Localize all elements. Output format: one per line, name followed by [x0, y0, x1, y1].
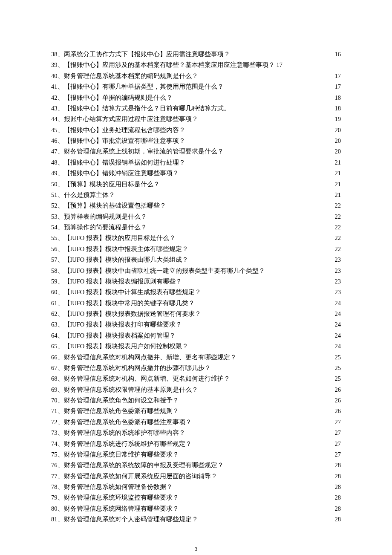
toc-entry-title: 【IUFO 报表】模块的应用目标是什么？ — [64, 233, 176, 243]
toc-entry-number: 49、 — [51, 168, 64, 179]
toc-entry-number: 80、 — [51, 503, 64, 514]
toc-entry-page: 23 — [335, 287, 341, 298]
toc-entry-number: 78、 — [51, 482, 64, 492]
toc-entry[interactable]: 58、【IUFO 报表】模块中由省联社统一建立的报表类型主要有哪几个类型？23 — [51, 266, 341, 276]
toc-entry[interactable]: 67、财务管理信息系统对机构网点撤并的步骤有哪几步？25 — [51, 363, 341, 373]
toc-entry[interactable]: 49、【报账中心】错账冲销应注意哪些事项？21 — [51, 168, 341, 179]
toc-entry[interactable]: 71、财务管理信息系统角色委派有哪些规则？26 — [51, 406, 341, 416]
toc-entry-page: 26 — [335, 384, 341, 395]
toc-entry-page: 26 — [335, 406, 341, 416]
toc-entry-number: 53、 — [51, 211, 64, 222]
toc-entry-page: 17 — [335, 71, 341, 81]
toc-entry-page: 24 — [335, 330, 341, 341]
toc-entry-number: 56、 — [51, 244, 64, 254]
toc-entry-number: 76、 — [51, 460, 64, 471]
toc-entry-number: 61、 — [51, 298, 64, 309]
toc-entry[interactable]: 52、【预算】模块的基础设置包括哪些？22 — [51, 200, 341, 211]
toc-entry-number: 45、 — [51, 125, 64, 136]
toc-entry[interactable]: 61、【IUFO 报表】模块中常用的关键字有哪几类？24 — [51, 298, 341, 309]
toc-entry[interactable]: 50、【预算】模块的应用目标是什么？21 — [51, 179, 341, 190]
toc-entry[interactable]: 79、财务管理信息系统环境监控有哪些要求？28 — [51, 492, 341, 503]
toc-entry-number: 43、 — [51, 103, 64, 114]
toc-entry-title: 财务管理信息系统的系统故障的申报及受理有哪些规定？ — [64, 460, 224, 471]
toc-entry-page: 18 — [335, 103, 341, 114]
toc-entry[interactable]: 59、【IUFO 报表】模块报表编报原则有哪些？23 — [51, 276, 341, 287]
toc-entry-number: 70、 — [51, 395, 64, 406]
toc-entry-page: 22 — [335, 244, 341, 254]
toc-entry[interactable]: 46、【报账中心】审批流设置有哪些注意事项？20 — [51, 136, 341, 146]
toc-entry-page: 23 — [335, 276, 341, 287]
toc-entry-page: 17 — [335, 81, 341, 92]
toc-entry-number: 41、 — [51, 81, 64, 92]
toc-entry-title: 财务管理信息系统如何开展系统应用层面的咨询辅导？ — [64, 471, 217, 482]
toc-entry[interactable]: 65、【IUFO 报表】模块报表用户如何控制权限？24 — [51, 341, 341, 352]
toc-entry-title: 什么是预算主体？ — [64, 190, 115, 200]
toc-entry-title: 财务管理信息系统对机构网点撤并、新增、更名有哪些规定？ — [64, 352, 236, 363]
toc-entry[interactable]: 60、【IUFO 报表】模块中计算生成报表有哪些规定？23 — [51, 287, 341, 298]
toc-entry[interactable]: 41、【报账中心】有哪几种单据类型，其使用用范围是什么？17 — [51, 81, 341, 92]
toc-entry[interactable]: 56、【IUFO 报表】模块中报表主体有哪些规定？22 — [51, 244, 341, 254]
toc-entry-title: 财务管理信息系统上线初期，审批流的管理要求是什么？ — [64, 146, 224, 157]
toc-entry-number: 65、 — [51, 341, 64, 352]
toc-entry[interactable]: 72、财务管理信息系统角色委派有哪些注意事项？27 — [51, 417, 341, 428]
toc-entry[interactable]: 81、财务管理信息系统对个人密码管理有哪些规定？28 — [51, 514, 341, 525]
toc-entry-page: 24 — [335, 319, 341, 330]
toc-entry[interactable]: 78、财务管理信息系统如何管理备份数据？28 — [51, 482, 341, 492]
toc-entry[interactable]: 47、财务管理信息系统上线初期，审批流的管理要求是什么？20 — [51, 146, 341, 157]
toc-entry-page: 22 — [335, 211, 341, 222]
toc-entry-number: 68、 — [51, 373, 64, 384]
toc-entry-number: 60、 — [51, 287, 64, 298]
toc-entry-title: 【报账中心】错账冲销应注意哪些事项？ — [64, 168, 179, 179]
toc-entry[interactable]: 62、【IUFO 报表】模块报表数据报送管理有何要求？24 — [51, 309, 341, 319]
toc-entry-page: 24 — [335, 309, 341, 319]
toc-entry-title: 【IUFO 报表】模块中由省联社统一建立的报表类型主要有哪几个类型？ — [64, 266, 265, 276]
toc-entry-number: 77、 — [51, 471, 64, 482]
toc-entry-page: 28 — [335, 460, 341, 471]
toc-entry[interactable]: 38、两系统分工协作方式下【报账中心】应用需注意哪些事项？16 — [51, 49, 341, 60]
toc-entry[interactable]: 77、财务管理信息系统如何开展系统应用层面的咨询辅导？28 — [51, 471, 341, 482]
toc-entry-page: 28 — [335, 503, 341, 514]
toc-entry[interactable]: 44、报账中心结算方式应用过程中应注意哪些事项？19 — [51, 114, 341, 124]
toc-entry[interactable]: 42、【报账中心】单据的编码规则是什么？18 — [51, 92, 341, 103]
toc-entry-number: 66、 — [51, 352, 64, 363]
toc-entry-number: 73、 — [51, 428, 64, 438]
toc-entry-title: 财务管理信息系统网络管理有哪些要求？ — [64, 503, 179, 514]
toc-entry[interactable]: 80、财务管理信息系统网络管理有哪些要求？28 — [51, 503, 341, 514]
toc-entry-page: 16 — [335, 49, 341, 60]
toc-entry-title: 【报账中心】业务处理流程包含哪些内容？ — [64, 125, 185, 136]
toc-entry[interactable]: 39、【报账中心】应用涉及的基本档案有哪些？基本档案应用应注意哪些事项？17 — [51, 60, 341, 70]
toc-entry[interactable]: 57、【IUFO 报表】模块的报表由哪几大类组成？23 — [51, 254, 341, 265]
toc-entry-number: 58、 — [51, 266, 64, 276]
toc-entry-title: 财务管理信息系统对机构、网点新增、更名如何进行维护？ — [64, 373, 230, 384]
toc-entry[interactable]: 69、财务管理信息系统权限管理的基本原则是什么？26 — [51, 384, 341, 395]
toc-entry-page: 20 — [335, 146, 341, 157]
toc-entry[interactable]: 70、财务管理信息系统角色如何设立和授予？26 — [51, 395, 341, 406]
toc-entry[interactable]: 55、【IUFO 报表】模块的应用目标是什么？22 — [51, 233, 341, 243]
toc-entry-number: 64、 — [51, 330, 64, 341]
toc-entry[interactable]: 43、【报账中心】结算方式是指什么？目前有哪几种结算方式。18 — [51, 103, 341, 114]
toc-entry-number: 47、 — [51, 146, 64, 157]
toc-entry-page: 25 — [335, 373, 341, 384]
toc-entry[interactable]: 64、【IUFO 报表】模块报表档案如何管理？24 — [51, 330, 341, 341]
toc-entry[interactable]: 45、【报账中心】业务处理流程包含哪些内容？20 — [51, 125, 341, 136]
toc-entry-number: 51、 — [51, 190, 64, 200]
toc-entry[interactable]: 48、【报账中心】错误报销单据如何进行处理？21 — [51, 157, 341, 168]
toc-entry-number: 69、 — [51, 384, 64, 395]
toc-entry[interactable]: 68、财务管理信息系统对机构、网点新增、更名如何进行维护？25 — [51, 373, 341, 384]
toc-entry[interactable]: 54、预算操作的简要流程是什么？22 — [51, 222, 341, 233]
toc-entry-title: 【IUFO 报表】模块报表数据报送管理有何要求？ — [64, 309, 201, 319]
toc-entry[interactable]: 66、财务管理信息系统对机构网点撤并、新增、更名有哪些规定？25 — [51, 352, 341, 363]
toc-entry-number: 48、 — [51, 157, 64, 168]
toc-entry[interactable]: 74、财务管理信息系统进行系统维护有哪些规定？27 — [51, 439, 341, 449]
toc-entry[interactable]: 75、财务管理信息系统日常维护有哪些要求？27 — [51, 449, 341, 460]
toc-entry[interactable]: 51、什么是预算主体？21 — [51, 190, 341, 200]
toc-entry-page: 28 — [335, 471, 341, 482]
toc-entry-number: 72、 — [51, 417, 64, 428]
toc-entry[interactable]: 73、财务管理信息系统的系统维护有哪些内容？27 — [51, 428, 341, 438]
toc-entry-title: 财务管理信息系统基本档案的编码规则是什么？ — [64, 71, 198, 81]
toc-entry[interactable]: 76、财务管理信息系统的系统故障的申报及受理有哪些规定？28 — [51, 460, 341, 471]
toc-entry[interactable]: 53、预算样表的编码规则是什么？22 — [51, 211, 341, 222]
toc-entry-title: 预算操作的简要流程是什么？ — [64, 222, 147, 233]
toc-entry[interactable]: 63、【IUFO 报表】模块报表打印有哪些要求？24 — [51, 319, 341, 330]
toc-entry[interactable]: 40、财务管理信息系统基本档案的编码规则是什么？17 — [51, 71, 341, 81]
